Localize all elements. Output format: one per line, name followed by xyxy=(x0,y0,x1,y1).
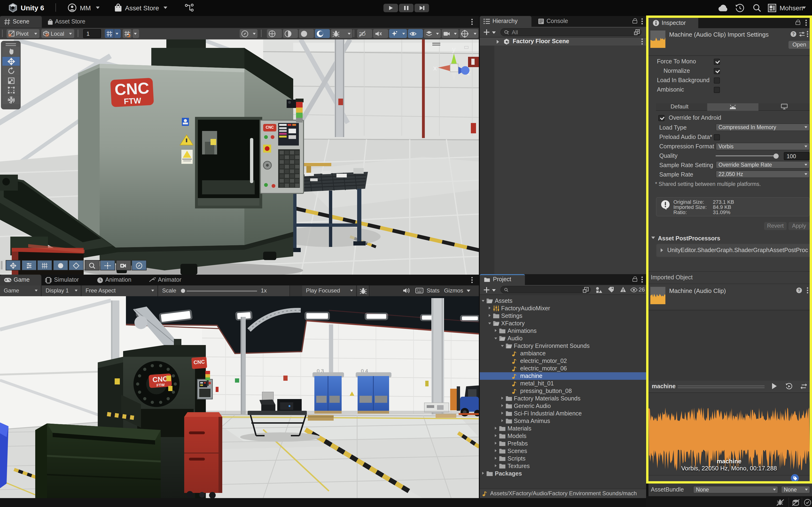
svg-text:y: y xyxy=(452,45,456,53)
svg-text:CNC: CNC xyxy=(114,79,150,99)
svg-text:CNC: CNC xyxy=(152,375,168,384)
svg-text:CNC: CNC xyxy=(266,125,274,129)
svg-text:CNC: CNC xyxy=(193,359,205,365)
svg-text:x: x xyxy=(433,64,437,72)
svg-text:FTW: FTW xyxy=(123,96,142,106)
svg-text:Y: Y xyxy=(109,33,112,37)
svg-text:?: ? xyxy=(798,288,801,293)
svg-text:?: ? xyxy=(792,32,795,36)
svg-text:FTW: FTW xyxy=(156,383,165,387)
